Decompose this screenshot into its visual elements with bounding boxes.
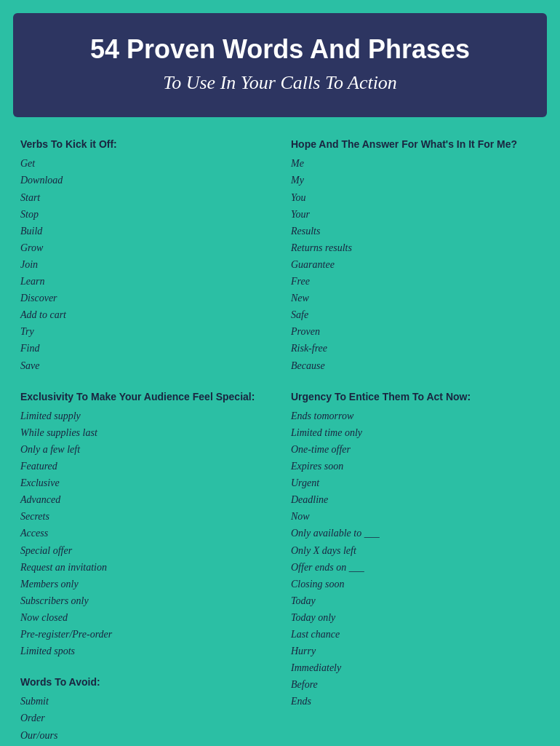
- list-item: Only X days left: [291, 542, 540, 559]
- list-item: Ends tomorrow: [291, 408, 540, 424]
- list-item: Get: [20, 155, 269, 172]
- list-item: Members only: [20, 576, 269, 592]
- list-item: Discover: [20, 290, 269, 306]
- list-item: Grow: [20, 239, 269, 256]
- list-item: Exclusive: [20, 475, 269, 491]
- list-item: Start: [20, 189, 269, 206]
- list-item: Because: [291, 357, 540, 374]
- section-hope: Hope And The Answer For What's In It For…: [291, 138, 540, 373]
- list-item: Find: [20, 340, 269, 357]
- list-item: While supplies last: [20, 424, 269, 441]
- list-item: Pre-register/Pre-order: [20, 626, 269, 643]
- header-subtitle: To Use In Your Calls To Action: [35, 72, 525, 94]
- list-item: Returns results: [291, 239, 540, 256]
- section-title-urgency: Urgency To Entice Them To Act Now:: [291, 390, 540, 403]
- section-verbs: Verbs To Kick it Off:GetDownloadStartSto…: [20, 138, 269, 373]
- list-item: Access: [20, 525, 269, 541]
- list-item: Safe: [291, 306, 540, 323]
- section-items-urgency: Ends tomorrowLimited time onlyOne-time o…: [291, 408, 540, 710]
- list-item: Limited supply: [20, 408, 269, 424]
- column-0: Verbs To Kick it Off:GetDownloadStartSto…: [20, 138, 269, 746]
- section-urgency: Urgency To Entice Them To Act Now:Ends t…: [291, 390, 540, 710]
- list-item: Special offer: [20, 542, 269, 559]
- page-container: 54 Proven Words And Phrases To Use In Yo…: [0, 0, 560, 746]
- list-item: Today: [291, 592, 540, 609]
- list-item: Closing soon: [291, 576, 540, 592]
- list-item: Before: [291, 676, 540, 693]
- list-item: Risk-free: [291, 340, 540, 357]
- list-item: Featured: [20, 458, 269, 475]
- column-1: Hope And The Answer For What's In It For…: [291, 138, 540, 746]
- section-avoid: Words To Avoid:SubmitOrderOur/ours: [20, 675, 269, 743]
- list-item: Immediately: [291, 659, 540, 676]
- list-item: Submit: [20, 693, 269, 710]
- list-item: Proven: [291, 323, 540, 340]
- list-item: Join: [20, 256, 269, 273]
- list-item: Now: [291, 508, 540, 525]
- list-item: Limited time only: [291, 424, 540, 441]
- list-item: Build: [20, 223, 269, 239]
- list-item: Me: [291, 155, 540, 172]
- list-item: Urgent: [291, 475, 540, 491]
- section-title-hope: Hope And The Answer For What's In It For…: [291, 138, 540, 151]
- list-item: Ends: [291, 693, 540, 710]
- list-item: Download: [20, 172, 269, 189]
- section-title-verbs: Verbs To Kick it Off:: [20, 138, 269, 151]
- section-title-avoid: Words To Avoid:: [20, 675, 269, 689]
- list-item: Your: [291, 206, 540, 223]
- list-item: Stop: [20, 206, 269, 223]
- list-item: Guarantee: [291, 256, 540, 273]
- list-item: Secrets: [20, 508, 269, 525]
- list-item: New: [291, 290, 540, 306]
- list-item: Advanced: [20, 491, 269, 508]
- list-item: Learn: [20, 273, 269, 290]
- list-item: Expires soon: [291, 458, 540, 475]
- list-item: Free: [291, 273, 540, 290]
- list-item: Only a few left: [20, 441, 269, 458]
- section-items-exclusivity: Limited supplyWhile supplies lastOnly a …: [20, 408, 269, 659]
- list-item: My: [291, 172, 540, 189]
- content-grid: Verbs To Kick it Off:GetDownloadStartSto…: [13, 138, 547, 746]
- list-item: Request an invitation: [20, 559, 269, 576]
- list-item: Today only: [291, 609, 540, 626]
- list-item: Save: [20, 357, 269, 374]
- list-item: Offer ends on ___: [291, 559, 540, 576]
- list-item: Add to cart: [20, 306, 269, 323]
- list-item: Our/ours: [20, 727, 269, 744]
- list-item: Only available to ___: [291, 525, 540, 541]
- list-item: One-time offer: [291, 441, 540, 458]
- section-items-hope: MeMyYouYourResultsReturns resultsGuarant…: [291, 155, 540, 373]
- list-item: Results: [291, 223, 540, 239]
- section-items-verbs: GetDownloadStartStopBuildGrowJoinLearnDi…: [20, 155, 269, 373]
- list-item: Last chance: [291, 626, 540, 643]
- list-item: Hurry: [291, 643, 540, 659]
- section-title-exclusivity: Exclusivity To Make Your Audience Feel S…: [20, 390, 269, 403]
- list-item: Deadline: [291, 491, 540, 508]
- list-item: Now closed: [20, 609, 269, 626]
- list-item: Order: [20, 710, 269, 726]
- header-title: 54 Proven Words And Phrases: [35, 33, 525, 65]
- list-item: Limited spots: [20, 643, 269, 659]
- list-item: Try: [20, 323, 269, 340]
- section-exclusivity: Exclusivity To Make Your Audience Feel S…: [20, 390, 269, 660]
- list-item: Subscribers only: [20, 592, 269, 609]
- section-items-avoid: SubmitOrderOur/ours: [20, 693, 269, 743]
- list-item: You: [291, 189, 540, 206]
- header-box: 54 Proven Words And Phrases To Use In Yo…: [13, 13, 547, 117]
